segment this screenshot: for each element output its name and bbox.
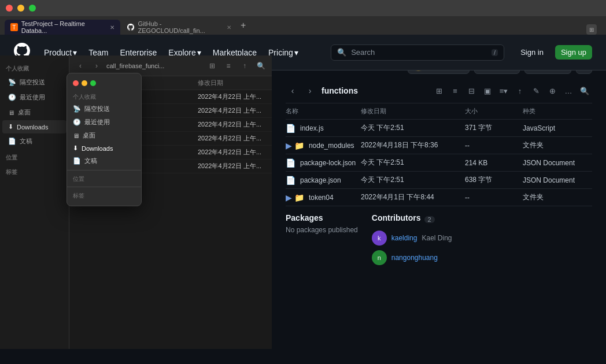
fm-file-modified: 2022年4月22日 上午... bbox=[198, 162, 267, 170]
folder-icon: ▶ 📁 bbox=[286, 193, 304, 202]
fm-sidebar-documents[interactable]: 📄 文稿 bbox=[2, 134, 66, 148]
fm-sidebar-documents-label: 文稿 bbox=[20, 137, 32, 146]
window-maximize-dot[interactable] bbox=[29, 5, 36, 12]
add-button[interactable]: ⊕ bbox=[545, 83, 560, 98]
browser-tab-active[interactable]: T TestProject – Realtime Databa... ✕ bbox=[5, 20, 120, 35]
file-modified: 2022年4月1日 下午8:44 bbox=[361, 192, 465, 202]
fm-sidebar-recent[interactable]: 🕐 最近使用 bbox=[2, 90, 66, 105]
upload-button[interactable]: ↑ bbox=[512, 83, 527, 98]
finder-recent-icon: 🕐 bbox=[73, 118, 81, 126]
fm-sort-button[interactable]: ≡ bbox=[222, 60, 235, 72]
tab-close-2[interactable]: ✕ bbox=[227, 24, 231, 31]
nav-pricing[interactable]: Pricing ▾ bbox=[268, 48, 298, 57]
file-kind: 文件夹 bbox=[523, 192, 592, 202]
github-file-table: 名称 修改日期 大小 种类 📄 index.js 今天 下午2:51 371 字… bbox=[286, 103, 592, 206]
fm-sidebar-favorites-label: 个人收藏 bbox=[0, 60, 69, 75]
browser-extensions-icon[interactable]: ⊞ bbox=[586, 24, 597, 35]
view-columns-button[interactable]: ⊟ bbox=[464, 83, 479, 98]
recent-icon: 🕐 bbox=[8, 94, 16, 101]
file-name-link[interactable]: package.json bbox=[300, 176, 341, 184]
fm-sidebar-desktop-label: 桌面 bbox=[18, 108, 31, 117]
table-row[interactable]: ▶ 📁 token04 2022年4月1日 下午8:44 -- 文件夹 bbox=[286, 189, 592, 206]
github-header-actions: Sign in Sign up bbox=[516, 45, 592, 60]
explorer-forward-button[interactable]: › bbox=[303, 84, 317, 98]
fm-sidebar-recent-label: 最近使用 bbox=[20, 93, 45, 102]
contributors-section: Contributors 2 k kaelding Kael Ding n na… bbox=[372, 213, 452, 265]
fm-search-button[interactable]: 🔍 bbox=[254, 60, 267, 72]
github-explorer: ‹ › functions ⊞ ≡ ⊟ ▣ ≡▾ ↑ ✎ ⊕ … 🔍 bbox=[272, 79, 606, 206]
fm-sidebar-downloads[interactable]: ⬇ Downloads bbox=[2, 120, 66, 133]
table-row[interactable]: ▶ 📁 node_modules 2022年4月18日 下午8:36 -- 文件… bbox=[286, 137, 592, 154]
finder-item-airdrop[interactable]: 📡 隔空投送 bbox=[67, 102, 141, 116]
file-modified: 2022年4月18日 下午8:36 bbox=[361, 140, 465, 150]
fm-file-modified: 2022年4月22日 上午... bbox=[198, 92, 267, 101]
view-action-button[interactable]: ≡▾ bbox=[496, 83, 511, 98]
search-shortcut: / bbox=[492, 49, 498, 56]
table-row[interactable]: 📄 package.json 今天 下午2:51 638 字节 JSON Doc… bbox=[286, 172, 592, 189]
finder-item-downloads[interactable]: ⬇ Downloads bbox=[67, 142, 141, 154]
search-button[interactable]: 🔍 bbox=[577, 83, 592, 98]
downloads-icon: ⬇ bbox=[8, 123, 13, 131]
explorer-header: ‹ › functions ⊞ ≡ ⊟ ▣ ≡▾ ↑ ✎ ⊕ … 🔍 bbox=[286, 79, 592, 103]
file-name-link[interactable]: index.js bbox=[300, 124, 324, 132]
fm-path-label: call_firebase_funci... bbox=[106, 62, 202, 69]
file-size: -- bbox=[465, 142, 523, 150]
add-tab-button[interactable]: + bbox=[238, 20, 248, 31]
view-grid-button[interactable]: ⊞ bbox=[431, 83, 446, 98]
finder-popup: 个人收藏 📡 隔空投送 🕐 最近使用 🖥 桌面 ⬇ Downloads 📄 文稿 bbox=[66, 73, 142, 206]
file-kind: 文件夹 bbox=[523, 140, 592, 150]
finder-item-desktop[interactable]: 🖥 桌面 bbox=[67, 129, 141, 142]
explorer-back-button[interactable]: ‹ bbox=[286, 84, 300, 98]
browser-tab-2[interactable]: GitHub - ZEGOCLOUD/call_fin... ✕ bbox=[121, 20, 237, 35]
fm-folder-modified: 2022年4月22日 上午... bbox=[198, 106, 267, 115]
pricing-arrow: ▾ bbox=[294, 48, 298, 57]
fm-file-modified: 2022年4月22日 上午... bbox=[198, 134, 267, 143]
packages-empty-label: No packages published bbox=[286, 226, 358, 234]
col-name-header[interactable]: 名称 bbox=[286, 107, 361, 116]
contributor-item[interactable]: k kaelding Kael Ding bbox=[372, 231, 452, 246]
table-row[interactable]: 📄 index.js 今天 下午2:51 371 字节 JavaScript bbox=[286, 120, 592, 137]
file-name-link[interactable]: token04 bbox=[309, 194, 334, 202]
view-gallery-button[interactable]: ▣ bbox=[480, 83, 495, 98]
edit-button[interactable]: ✎ bbox=[529, 83, 544, 98]
col-kind-header[interactable]: 种类 bbox=[523, 107, 592, 116]
sidebar-sections: Packages No packages published Contribut… bbox=[272, 206, 606, 265]
fm-sidebar-airdrop[interactable]: 📡 隔空投送 bbox=[2, 75, 66, 90]
signup-button[interactable]: Sign up bbox=[555, 45, 592, 60]
tab-close-1[interactable]: ✕ bbox=[110, 24, 114, 31]
file-size: 214 KB bbox=[465, 159, 523, 167]
finder-item-documents[interactable]: 📄 文稿 bbox=[67, 154, 141, 168]
signin-button[interactable]: Sign in bbox=[516, 46, 548, 59]
packages-title: Packages bbox=[286, 213, 358, 222]
tab-favicon-2 bbox=[127, 23, 135, 31]
col-modified-header[interactable]: 修改日期 bbox=[361, 107, 465, 116]
table-row[interactable]: 📄 package-lock.json 今天 下午2:51 214 KB JSO… bbox=[286, 154, 592, 172]
contributor-name-1[interactable]: kaelding bbox=[391, 234, 417, 242]
col-size-header[interactable]: 大小 bbox=[465, 107, 523, 116]
contributor-item[interactable]: n nangonghuang bbox=[372, 250, 452, 265]
fm-share-button[interactable]: ↑ bbox=[238, 60, 251, 72]
finder-section-favorites: 个人收藏 bbox=[67, 91, 141, 102]
fm-forward-button[interactable]: › bbox=[90, 60, 103, 72]
contributor-avatar-1: k bbox=[372, 231, 387, 246]
fm-view-toggle-button[interactable]: ⊞ bbox=[206, 60, 219, 72]
fm-sidebar-desktop[interactable]: 🖥 桌面 bbox=[2, 105, 66, 120]
github-search[interactable]: 🔍 Search / bbox=[331, 44, 504, 61]
window-close-dot[interactable] bbox=[6, 5, 13, 12]
finder-item-recent[interactable]: 🕐 最近使用 bbox=[67, 116, 141, 129]
view-list-button[interactable]: ≡ bbox=[448, 83, 463, 98]
file-name-link[interactable]: package-lock.json bbox=[300, 159, 356, 167]
fm-back-button[interactable]: ‹ bbox=[74, 60, 87, 72]
file-size: -- bbox=[465, 194, 523, 202]
fm-file-modified: 2022年4月22日 上午... bbox=[198, 120, 267, 129]
window-minimize-dot[interactable] bbox=[17, 5, 24, 12]
fm-sidebar-downloads-label: Downloads bbox=[17, 124, 48, 131]
finder-popup-dots bbox=[67, 78, 141, 91]
contributor-name-2[interactable]: nangonghuang bbox=[391, 254, 438, 262]
fm-col-modified[interactable]: 修改日期 bbox=[198, 79, 267, 87]
file-name-link[interactable]: node_modules bbox=[309, 142, 354, 150]
fm-sidebar-airdrop-label: 隔空投送 bbox=[20, 78, 45, 87]
search-icon: 🔍 bbox=[337, 48, 346, 57]
popup-dot-yellow bbox=[82, 80, 87, 86]
ellipsis-button[interactable]: … bbox=[561, 83, 576, 98]
